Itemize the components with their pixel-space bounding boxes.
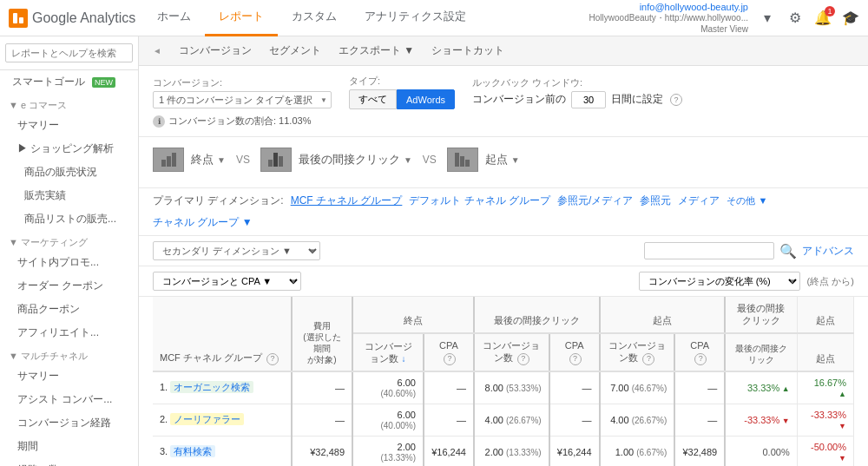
- td-cost: ¥32,489: [292, 436, 352, 466]
- dim-default-channel[interactable]: デフォルト チャネル グループ: [409, 194, 550, 208]
- or-cpa-help-icon[interactable]: ?: [694, 353, 707, 365]
- svg-rect-1: [19, 17, 23, 23]
- table-row: 1. オーガニック検索 — 6.00 (40.60%) — 8.00 (53.3…: [153, 371, 854, 404]
- sidebar-item-mcf-summary[interactable]: サマリー: [0, 364, 138, 388]
- type-label: タイプ:: [349, 75, 455, 88]
- search-input[interactable]: [5, 43, 133, 62]
- th-or-conv: コンバージョン数 ?: [600, 333, 675, 371]
- conv-cpa-select[interactable]: コンバージョンと CPA ▼: [153, 272, 301, 291]
- conversion-label: コンバージョン:: [153, 76, 332, 89]
- notification-badge: 1: [825, 6, 835, 16]
- dim-medium[interactable]: メディア: [678, 194, 720, 208]
- topbar-segment[interactable]: セグメント: [269, 43, 321, 58]
- table-body: 1. オーガニック検索 — 6.00 (40.60%) — 8.00 (53.3…: [153, 371, 854, 466]
- dim-mcf-channel[interactable]: MCF チャネル グループ: [291, 194, 403, 208]
- sidebar-item-smart-goal[interactable]: スマートゴール NEW: [0, 70, 138, 94]
- td-lc-conv: 4.00 (26.67%): [474, 404, 549, 436]
- type-all-button[interactable]: すべて: [349, 89, 397, 109]
- tab-report[interactable]: レポート: [205, 0, 278, 36]
- conversion-select-group: コンバージョン: 1 件のコンバージョン タイプを選択: [153, 76, 332, 108]
- model3-select[interactable]: 起点 ▼: [485, 152, 520, 167]
- td-or-conv: 7.00 (46.67%): [600, 371, 675, 404]
- model-section: 終点 ▼ VS 最後の間接クリック: [139, 137, 868, 187]
- conversion-settings: コンバージョン: 1 件のコンバージョン タイプを選択 タイプ: すべて AdW…: [139, 66, 868, 137]
- tab-home[interactable]: ホーム: [143, 0, 205, 36]
- sort-icon[interactable]: ↓: [402, 354, 406, 364]
- sidebar-item-ecommerce-summary[interactable]: サマリー: [0, 114, 138, 137]
- sidebar-section-multichannel[interactable]: ▼ マルチチャネル: [0, 345, 138, 364]
- advanced-link[interactable]: アドバンス: [802, 244, 854, 259]
- th-cost: 費用(選択した期間が対象): [292, 297, 352, 371]
- type-group: タイプ: すべて AdWords: [349, 75, 455, 109]
- sidebar-item-product-list[interactable]: 商品リストの販売...: [0, 207, 138, 231]
- td-lc-cpa: —: [549, 404, 600, 436]
- td-lc-conv: 2.00 (13.33%): [474, 436, 549, 466]
- topbar-conversion[interactable]: コンバージョン: [179, 43, 252, 58]
- sidebar-item-assist-conv[interactable]: アシスト コンバー...: [0, 388, 138, 411]
- type-buttons: すべて AdWords: [349, 89, 455, 109]
- secondary-dim-select[interactable]: セカンダリ ディメンション ▼: [153, 241, 320, 260]
- channel-help-icon[interactable]: ?: [266, 353, 279, 365]
- conversion-select[interactable]: 1 件のコンバージョン タイプを選択: [153, 91, 332, 108]
- dim-source-medium[interactable]: 参照元/メディア: [557, 194, 633, 208]
- sidebar-item-order-coupon[interactable]: オーダー クーポン: [0, 274, 138, 298]
- model1-select[interactable]: 終点 ▼: [191, 152, 226, 167]
- dim-more[interactable]: その他 ▼: [727, 194, 767, 207]
- sidebar-section-ecommerce[interactable]: ▼ e コマース: [0, 94, 138, 114]
- model3-arrow[interactable]: ▼: [511, 155, 520, 165]
- top-bar-left-arrow[interactable]: ◄: [153, 46, 161, 56]
- table-search-input[interactable]: [644, 242, 774, 259]
- type-adwords-button[interactable]: AdWords: [397, 89, 455, 109]
- lookback-help-icon[interactable]: ?: [670, 94, 682, 106]
- dropdown-icon[interactable]: ▾: [759, 10, 776, 27]
- sidebar-item-product-coupon[interactable]: 商品クーポン: [0, 298, 138, 321]
- lc-conv-help-icon[interactable]: ?: [517, 353, 529, 365]
- model2-select[interactable]: 最後の間接クリック ▼: [299, 152, 412, 167]
- sidebar-item-conv-path[interactable]: コンバージョン経路: [0, 411, 138, 435]
- td-change1: 0.00%: [725, 436, 797, 466]
- lc-cpa-help-icon[interactable]: ?: [569, 353, 582, 365]
- search-icon[interactable]: 🔍: [779, 242, 797, 259]
- sidebar-section-marketing[interactable]: ▼ マーケティング: [0, 231, 138, 251]
- channel-link[interactable]: 有料検索: [170, 445, 215, 457]
- th-change-lastclick: 最後の間接クリック: [725, 297, 797, 333]
- topbar-shortcut[interactable]: ショートカット: [431, 43, 504, 58]
- header: Google Analytics ホーム レポート カスタム アナリティクス設定…: [0, 0, 868, 36]
- th-change-origin: 起点: [797, 297, 853, 333]
- help-icon[interactable]: 🎓: [842, 10, 859, 27]
- sidebar-item-shopping[interactable]: ▶ ショッピング解析: [0, 137, 138, 161]
- td-lc-conv: 8.00 (53.33%): [474, 371, 549, 404]
- td-ep-cpa: —: [424, 371, 474, 404]
- tab-settings[interactable]: アナリティクス設定: [351, 0, 480, 36]
- tab-custom[interactable]: カスタム: [278, 0, 351, 36]
- conversion-select-wrapper: 1 件のコンバージョン タイプを選択: [153, 91, 332, 108]
- td-cost: —: [292, 371, 352, 404]
- topbar-export[interactable]: エクスポート ▼: [339, 43, 414, 58]
- or-conv-help-icon[interactable]: ?: [642, 353, 654, 365]
- conv-cpa-wrapper: コンバージョンと CPA ▼: [153, 272, 301, 291]
- sidebar-item-sales[interactable]: 販売実績: [0, 184, 138, 207]
- top-bar: ◄ コンバージョン セグメント エクスポート ▼ ショートカット: [139, 36, 868, 66]
- dim-channel-group[interactable]: チャネル グループ ▼: [153, 215, 253, 230]
- model2-arrow[interactable]: ▼: [404, 155, 412, 165]
- th-endpoint-group: 終点: [352, 297, 474, 333]
- channel-link[interactable]: ノーリファラー: [170, 413, 244, 425]
- change-select[interactable]: コンバージョンの変化率 (%): [639, 272, 800, 291]
- notification-icon[interactable]: 🔔 1: [814, 10, 832, 27]
- model1-arrow[interactable]: ▼: [217, 155, 226, 165]
- gear-icon[interactable]: ⚙: [786, 10, 804, 27]
- td-ep-conv: 6.00 (40.60%): [352, 371, 424, 404]
- sidebar: スマートゴール NEW ▼ e コマース サマリー ▶ ショッピング解析 商品の…: [0, 36, 139, 466]
- model2-box: 最後の間接クリック ▼: [260, 148, 412, 172]
- sidebar-item-product-sales[interactable]: 商品の販売状況: [0, 161, 138, 184]
- cpa-help-icon[interactable]: ?: [444, 353, 456, 365]
- sidebar-item-path-count[interactable]: 経路の数: [0, 458, 138, 466]
- dim-source[interactable]: 参照元: [640, 194, 671, 208]
- channel-link[interactable]: オーガニック検索: [170, 381, 253, 393]
- sidebar-item-affiliate[interactable]: アフィリエイト...: [0, 321, 138, 345]
- td-or-cpa: —: [674, 371, 725, 404]
- lookback-input[interactable]: [571, 91, 606, 108]
- sidebar-item-site-promo[interactable]: サイト内プロモ...: [0, 251, 138, 274]
- sidebar-item-period[interactable]: 期間: [0, 435, 138, 458]
- lookback-prefix: コンバージョン前の: [472, 92, 566, 107]
